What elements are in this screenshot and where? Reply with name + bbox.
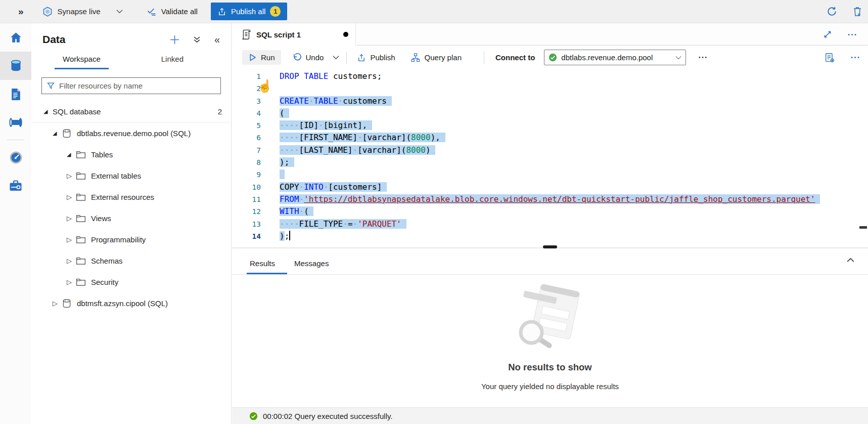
query-status-text: 00:00:02 Query executed successfully. xyxy=(263,412,393,420)
folder-icon xyxy=(76,278,86,286)
code-lines: 1DROP TABLE customers;23CREATE·TABLE·cus… xyxy=(232,70,868,242)
collapse-results-icon[interactable] xyxy=(846,257,855,263)
publish-all-label: Publish all xyxy=(231,7,265,16)
environment-selector[interactable]: Synapse live xyxy=(42,6,123,17)
sql-script-icon xyxy=(241,29,251,40)
connect-to-label: Connect to xyxy=(495,53,535,62)
run-button[interactable]: Run xyxy=(242,50,281,65)
editor-toolbar: Run Undo Publish Query plan Connect to xyxy=(232,46,868,69)
code-line[interactable]: 11FROM·'https://dbtlabsynapsedatalake.bl… xyxy=(232,193,868,205)
query-plan-button[interactable]: Query plan xyxy=(404,50,468,66)
tree-item-sql-database[interactable]: ◢ SQL database 2 xyxy=(31,101,231,122)
trash-icon[interactable] xyxy=(852,6,863,17)
publish-all-button[interactable]: Publish all 1 xyxy=(211,3,287,20)
sidebar-tabs: Workspace Linked xyxy=(31,55,231,69)
tab-results[interactable]: Results xyxy=(250,259,275,274)
code-line[interactable]: 1DROP TABLE customers; xyxy=(232,70,868,82)
tree-item-tables[interactable]: ◢ Tables xyxy=(31,144,231,165)
tree-item-external-resources[interactable]: ▷ External resources xyxy=(31,186,231,207)
line-number: 10 xyxy=(232,181,261,193)
rail-item-data[interactable] xyxy=(0,52,31,80)
undo-button[interactable]: Undo xyxy=(286,50,330,65)
tree-item-pool[interactable]: ◢ dbtlabs.revenue.demo.pool (SQL) xyxy=(31,122,231,144)
tab-sql-script-1[interactable]: SQL script 1 xyxy=(234,23,356,46)
code-line[interactable]: 8); xyxy=(232,156,868,168)
chevron-collapsed-icon: ▷ xyxy=(67,236,76,243)
expand-panel-icon[interactable]: » xyxy=(18,6,24,17)
tab-workspace[interactable]: Workspace xyxy=(55,55,109,69)
code-line[interactable]: 3CREATE·TABLE·customers xyxy=(232,95,868,107)
more-options-icon[interactable] xyxy=(847,33,857,36)
manage-toolbox-icon xyxy=(9,179,23,192)
code-line[interactable]: 4( xyxy=(232,107,868,119)
more-commands-icon[interactable] xyxy=(698,56,707,59)
refresh-icon[interactable] xyxy=(826,6,838,17)
code-line[interactable]: 2 xyxy=(232,82,868,95)
tree-item-cipool[interactable]: ▷ dbtmsft.azsyn.cipool (SQL) xyxy=(31,292,231,314)
filter-box xyxy=(41,77,221,94)
validate-check-icon xyxy=(146,6,157,17)
line-number: 5 xyxy=(232,119,261,132)
publish-button[interactable]: Publish xyxy=(351,50,401,65)
code-line[interactable]: 9 xyxy=(232,168,868,181)
tree-item-security[interactable]: ▷ Security xyxy=(31,271,231,292)
line-number: 14 xyxy=(232,230,261,242)
validate-all-button[interactable]: Validate all xyxy=(146,6,198,17)
line-number: 3 xyxy=(232,95,261,107)
chevron-collapsed-icon: ▷ xyxy=(67,215,76,222)
properties-icon[interactable] xyxy=(824,52,835,63)
data-hub-icon xyxy=(9,59,23,73)
run-play-icon xyxy=(248,53,257,62)
scrollbar-thumb[interactable] xyxy=(859,226,867,229)
tree-item-schemas[interactable]: ▷ Schemas xyxy=(31,250,231,271)
chevron-down-icon[interactable] xyxy=(116,9,123,14)
filter-input[interactable] xyxy=(59,81,216,90)
tree-item-views[interactable]: ▷ Views xyxy=(31,207,231,229)
rail-item-integrate[interactable] xyxy=(0,108,31,137)
code-line[interactable]: 12WITH·( xyxy=(232,205,868,218)
publish-icon xyxy=(357,53,366,62)
more-options-icon[interactable] xyxy=(850,56,860,59)
tab-linked[interactable]: Linked xyxy=(153,55,192,69)
rail-item-monitor[interactable] xyxy=(0,143,31,172)
unsaved-changes-dot xyxy=(343,32,348,37)
undo-redo-dropdown-icon[interactable] xyxy=(330,52,342,63)
code-line[interactable]: 14); xyxy=(232,230,868,242)
code-line[interactable]: 7····[LAST_NAME]·[varchar](8000) xyxy=(232,144,868,156)
rail-item-develop[interactable] xyxy=(0,80,31,108)
query-status-bar: 00:00:02 Query executed successfully. xyxy=(232,407,868,424)
code-line[interactable]: 6····[FIRST_NAME]·[varchar](8000), xyxy=(232,132,868,144)
rail-item-home[interactable] xyxy=(0,23,31,52)
results-panel: Results Messages xyxy=(232,248,868,424)
code-line[interactable]: 13····FILE_TYPE·=·'PARQUET' xyxy=(232,218,868,230)
chevron-collapsed-icon: ▷ xyxy=(67,193,76,201)
home-icon xyxy=(9,31,23,45)
folder-icon xyxy=(76,150,86,159)
splitter-drag-handle[interactable] xyxy=(543,245,557,248)
integrate-icon xyxy=(9,117,23,128)
empty-results-title: No results to show xyxy=(232,362,868,373)
tree-item-external-tables[interactable]: ▷ External tables xyxy=(31,165,231,186)
chevron-down-icon xyxy=(675,56,681,60)
add-resource-icon[interactable] xyxy=(170,35,179,45)
tab-messages[interactable]: Messages xyxy=(294,259,329,274)
item-count: 2 xyxy=(218,107,222,116)
toolbar-separator xyxy=(346,52,347,64)
line-number: 6 xyxy=(232,132,261,144)
panel-title: Data xyxy=(42,33,66,46)
undo-icon xyxy=(292,53,302,62)
database-icon xyxy=(62,128,72,139)
code-line[interactable]: 10COPY·INTO·[customers] xyxy=(232,181,868,193)
code-line[interactable]: 5····[ID]·[bigint], xyxy=(232,119,868,132)
expand-editor-icon[interactable] xyxy=(823,30,832,39)
sql-editor[interactable]: 1DROP TABLE customers;23CREATE·TABLE·cus… xyxy=(232,69,868,247)
rail-item-manage[interactable] xyxy=(0,172,31,200)
line-number: 12 xyxy=(232,205,261,218)
chevron-collapsed-icon: ▷ xyxy=(67,257,76,265)
line-number: 11 xyxy=(232,193,261,205)
tree-item-programmability[interactable]: ▷ Programmability xyxy=(31,229,231,250)
double-chevron-down-icon[interactable] xyxy=(193,35,201,44)
no-results-illustration xyxy=(512,282,588,353)
pool-selector-dropdown[interactable]: dbtlabs.revenue.demo.pool xyxy=(544,50,686,65)
collapse-panel-icon[interactable]: « xyxy=(214,36,220,43)
